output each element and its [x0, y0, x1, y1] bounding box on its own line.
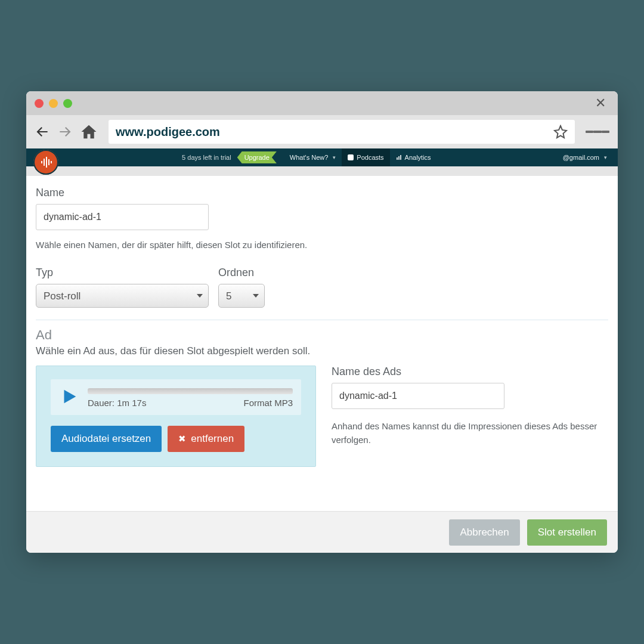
ad-name-field-label: Name des Ads	[332, 366, 608, 378]
analytics-link[interactable]: Analytics	[390, 148, 437, 166]
typ-select[interactable]: Post-roll	[36, 284, 209, 308]
menu-button[interactable]	[586, 129, 609, 135]
audio-progress-bar[interactable]	[88, 388, 293, 394]
cancel-button[interactable]: Abbrechen	[449, 519, 519, 546]
svg-rect-5	[397, 157, 398, 160]
ad-audio-card: Dauer: 1m 17s Format MP3 Audiodatei erse…	[36, 366, 316, 467]
ad-section-subtitle: Wähle ein Ad aus, das für diesen Slot ab…	[36, 345, 608, 357]
svg-rect-4	[51, 161, 52, 163]
browser-window: ✕ www.podigee.com	[26, 91, 618, 553]
window-titlebar: ✕	[26, 91, 618, 115]
play-button[interactable]	[59, 386, 79, 409]
analytics-icon	[396, 154, 402, 160]
svg-rect-3	[48, 159, 49, 165]
ordnen-field-label: Ordnen	[218, 267, 265, 279]
ad-name-help-text: Anhand des Names kannst du die Impressio…	[332, 420, 608, 447]
podcasts-link[interactable]: Podcasts	[342, 148, 389, 166]
remove-icon: ✖	[178, 434, 186, 444]
podcasts-label: Podcasts	[357, 154, 383, 161]
ad-section-title: Ad	[36, 327, 608, 343]
account-menu[interactable]: @gmail.com	[557, 148, 613, 166]
ordnen-select[interactable]: 5	[218, 284, 265, 308]
audio-duration: Dauer: 1m 17s	[88, 398, 146, 408]
slot-name-input[interactable]	[36, 204, 209, 230]
rss-icon	[348, 154, 354, 160]
analytics-label: Analytics	[405, 154, 431, 161]
window-minimize-light[interactable]	[49, 99, 58, 108]
traffic-lights	[35, 99, 72, 108]
svg-rect-7	[400, 155, 401, 160]
remove-label: entfernen	[191, 433, 234, 445]
whats-new-link[interactable]: What's New?	[284, 148, 342, 166]
name-help-text: Wähle einen Namen, der dir später hilft,…	[36, 240, 608, 250]
url-bar[interactable]: www.podigee.com	[109, 120, 575, 144]
sub-toolbar-strip	[26, 166, 618, 176]
remove-audio-button[interactable]: ✖ entfernen	[168, 426, 244, 452]
bookmark-star-icon[interactable]	[553, 125, 568, 139]
create-slot-button[interactable]: Slot erstellen	[527, 519, 607, 546]
replace-audio-button[interactable]: Audiodatei ersetzen	[51, 426, 162, 452]
section-divider	[36, 320, 608, 320]
upgrade-button[interactable]: Upgrade	[237, 151, 277, 163]
svg-rect-2	[46, 157, 47, 168]
url-text: www.podigee.com	[116, 125, 220, 139]
trial-status: 5 days left in trial	[182, 154, 231, 161]
app-logo[interactable]	[33, 150, 58, 175]
main-content: Name Wähle einen Namen, der dir später h…	[26, 176, 618, 511]
home-button[interactable]	[80, 123, 98, 141]
svg-rect-0	[41, 161, 42, 163]
dialog-footer: Abbrechen Slot erstellen	[26, 511, 618, 553]
browser-toolbar: www.podigee.com	[26, 115, 618, 148]
app-topbar: 5 days left in trial Upgrade What's New?…	[26, 148, 618, 166]
window-maximize-light[interactable]	[63, 99, 72, 108]
audio-format: Format MP3	[243, 398, 293, 408]
audio-player: Dauer: 1m 17s Format MP3	[51, 379, 301, 415]
ad-name-input[interactable]	[332, 383, 504, 409]
back-button[interactable]	[35, 124, 50, 140]
svg-rect-6	[398, 156, 400, 160]
name-field-label: Name	[36, 187, 608, 199]
typ-field-label: Typ	[36, 267, 209, 279]
close-icon[interactable]: ✕	[592, 95, 609, 111]
window-close-light[interactable]	[35, 99, 44, 108]
forward-button[interactable]	[57, 124, 73, 140]
svg-rect-1	[44, 159, 45, 166]
